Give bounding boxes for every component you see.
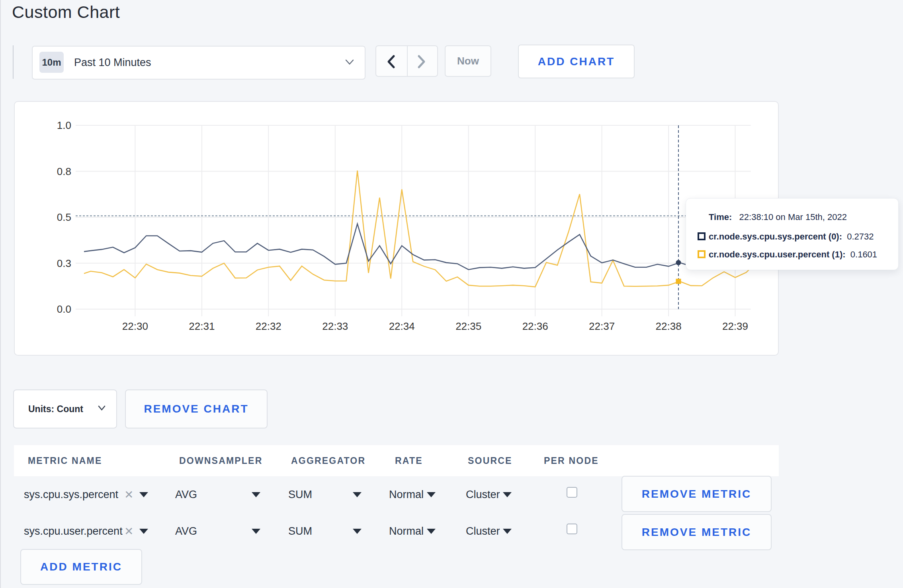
svg-text:22:33: 22:33 — [322, 320, 348, 332]
svg-text:22:30: 22:30 — [122, 320, 148, 332]
svg-text:22:39: 22:39 — [722, 320, 748, 332]
svg-text:0.3: 0.3 — [57, 257, 71, 269]
svg-text:22:37: 22:37 — [589, 320, 615, 332]
svg-text:0.8: 0.8 — [57, 165, 71, 177]
svg-text:22:31: 22:31 — [189, 320, 215, 332]
svg-text:0.5: 0.5 — [57, 211, 71, 223]
svg-text:0.0: 0.0 — [57, 303, 71, 315]
svg-text:22:35: 22:35 — [455, 320, 481, 332]
svg-text:22:32: 22:32 — [256, 320, 281, 332]
svg-text:22:34: 22:34 — [389, 320, 415, 332]
svg-text:22:36: 22:36 — [522, 320, 548, 332]
svg-text:22:38: 22:38 — [656, 320, 682, 332]
svg-text:1.0: 1.0 — [57, 119, 71, 131]
